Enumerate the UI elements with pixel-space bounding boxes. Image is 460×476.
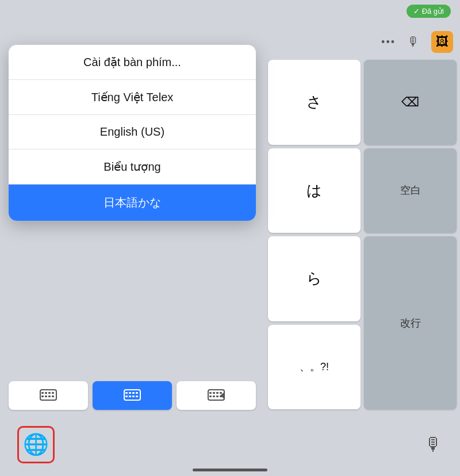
menu-item-english[interactable]: English (US) xyxy=(9,115,256,149)
svg-rect-11 xyxy=(125,392,128,394)
keyboard-bottom-controls xyxy=(9,378,256,413)
menu-item-japanese-label: 日本語かな xyxy=(103,196,161,209)
svg-rect-16 xyxy=(129,396,131,397)
key-ra-label: ら xyxy=(306,268,322,289)
svg-rect-24 xyxy=(209,396,212,397)
keyboard-popup-menu: Cài đặt bàn phím... Tiếng Việt Telex Eng… xyxy=(9,45,256,221)
svg-rect-17 xyxy=(132,396,135,397)
key-sa[interactable]: さ xyxy=(268,60,361,145)
svg-rect-15 xyxy=(125,396,128,397)
globe-button[interactable]: 🌐 xyxy=(17,426,55,463)
svg-rect-14 xyxy=(136,392,138,394)
svg-rect-10 xyxy=(124,390,140,400)
menu-item-japanese[interactable]: 日本語かな xyxy=(9,185,256,221)
svg-rect-21 xyxy=(213,392,215,394)
svg-rect-23 xyxy=(220,392,222,394)
key-punctuation[interactable]: 、。?! xyxy=(268,325,361,410)
center-kbd-icon xyxy=(124,389,141,402)
globe-icon: 🌐 xyxy=(23,432,49,456)
right-kbd-icon xyxy=(208,389,225,402)
svg-rect-13 xyxy=(132,392,135,394)
sent-badge: ✓ Đã gửi xyxy=(407,5,451,18)
menu-item-emoji-label: Biểu tượng xyxy=(103,160,160,173)
menu-item-english-label: English (US) xyxy=(100,125,164,138)
ctrl-btn-center[interactable] xyxy=(93,381,172,410)
key-kaigyo-label: 改行 xyxy=(400,316,421,330)
bottom-bar: 🌐 🎙 xyxy=(0,413,460,476)
toolbar-image-btn[interactable]: 🖼 xyxy=(431,31,453,53)
jp-keyboard-grid: さ ⌫ は 空白 ら 改行 、。?! xyxy=(264,56,460,413)
key-sa-label: さ xyxy=(306,92,322,112)
key-ha-label: は xyxy=(306,181,322,201)
svg-rect-18 xyxy=(136,396,138,397)
svg-rect-26 xyxy=(216,396,218,397)
delete-icon: ⌫ xyxy=(401,95,419,110)
svg-rect-6 xyxy=(45,396,47,397)
svg-rect-5 xyxy=(41,396,44,397)
svg-rect-0 xyxy=(40,390,56,400)
home-indicator xyxy=(193,469,267,471)
svg-rect-7 xyxy=(48,396,51,397)
left-kbd-icon xyxy=(40,389,57,402)
key-punctuation-label: 、。?! xyxy=(300,360,329,374)
key-kaigyo[interactable]: 改行 xyxy=(364,236,457,409)
svg-rect-1 xyxy=(41,392,44,394)
svg-rect-20 xyxy=(209,392,212,394)
svg-rect-4 xyxy=(52,392,54,394)
menu-item-settings-label: Cài đặt bàn phím... xyxy=(83,56,181,68)
svg-rect-25 xyxy=(213,396,215,397)
menu-item-emoji[interactable]: Biểu tượng xyxy=(9,149,256,185)
toolbar-dots[interactable]: ••• xyxy=(381,36,396,48)
menu-item-viet-label: Tiếng Việt Telex xyxy=(91,91,174,103)
svg-rect-22 xyxy=(216,392,218,394)
sent-label: ✓ Đã gửi xyxy=(413,7,444,16)
svg-rect-3 xyxy=(48,392,51,394)
svg-rect-2 xyxy=(45,392,47,394)
menu-item-viet[interactable]: Tiếng Việt Telex xyxy=(9,80,256,115)
key-kuuhaku-label: 空白 xyxy=(400,183,421,197)
keyboard-area: ••• 🎙 🖼 さ ⌫ は 空白 ら 改行 、。?! xyxy=(0,28,460,476)
toolbar-mic-icon[interactable]: 🎙 xyxy=(407,34,420,49)
ctrl-btn-left[interactable] xyxy=(9,381,88,410)
bottom-mic-icon[interactable]: 🎙 xyxy=(424,434,443,455)
key-delete[interactable]: ⌫ xyxy=(364,60,457,145)
ctrl-btn-right[interactable] xyxy=(177,381,256,410)
menu-item-settings[interactable]: Cài đặt bàn phím... xyxy=(9,45,256,80)
svg-rect-12 xyxy=(129,392,131,394)
key-ra[interactable]: ら xyxy=(268,236,361,321)
svg-rect-8 xyxy=(52,396,54,397)
key-kuuhaku[interactable]: 空白 xyxy=(364,148,457,233)
top-bar: ✓ Đã gửi xyxy=(397,0,460,22)
key-ha[interactable]: は xyxy=(268,148,361,233)
image-icon: 🖼 xyxy=(436,34,448,49)
